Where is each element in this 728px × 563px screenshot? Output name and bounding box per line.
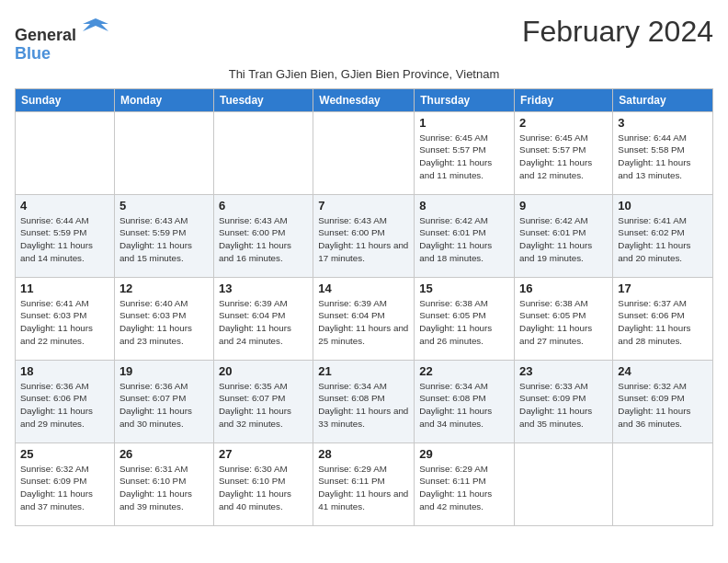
week-row-5: 25Sunrise: 6:32 AMSunset: 6:09 PMDayligh…	[16, 442, 713, 525]
logo-bird-icon	[83, 15, 108, 40]
week-row-1: 1Sunrise: 6:45 AMSunset: 5:57 PMDaylight…	[16, 111, 713, 194]
day-header-thursday: Thursday	[415, 88, 515, 111]
cell-info-text: Sunrise: 6:45 AMSunset: 5:57 PMDaylight:…	[519, 132, 608, 182]
calendar-cell: 4Sunrise: 6:44 AMSunset: 5:59 PMDaylight…	[16, 194, 115, 277]
cell-info-text: Sunrise: 6:37 AMSunset: 6:06 PMDaylight:…	[618, 297, 708, 348]
cell-date-number: 6	[219, 199, 308, 213]
cell-info-text: Sunrise: 6:41 AMSunset: 6:02 PMDaylight:…	[618, 214, 708, 265]
cell-info-text: Sunrise: 6:34 AMSunset: 6:08 PMDaylight:…	[419, 380, 509, 431]
calendar-cell	[313, 111, 415, 194]
logo-line1: General	[15, 15, 108, 45]
calendar-cell: 6Sunrise: 6:43 AMSunset: 6:00 PMDaylight…	[213, 194, 313, 277]
cell-date-number: 3	[618, 116, 708, 130]
logo-text-blue: Blue	[15, 44, 51, 63]
calendar-cell: 25Sunrise: 6:32 AMSunset: 6:09 PMDayligh…	[16, 442, 115, 525]
calendar-cell: 15Sunrise: 6:38 AMSunset: 6:05 PMDayligh…	[415, 277, 515, 360]
week-row-4: 18Sunrise: 6:36 AMSunset: 6:06 PMDayligh…	[16, 360, 713, 442]
cell-date-number: 22	[419, 364, 509, 378]
logo: General Blue	[15, 15, 108, 63]
calendar-cell	[515, 442, 613, 525]
calendar-cell	[613, 442, 713, 525]
calendar-header-row: SundayMondayTuesdayWednesdayThursdayFrid…	[16, 88, 713, 111]
calendar-cell	[114, 111, 213, 194]
calendar-cell: 28Sunrise: 6:29 AMSunset: 6:11 PMDayligh…	[313, 442, 415, 525]
cell-date-number: 5	[119, 199, 209, 213]
cell-info-text: Sunrise: 6:45 AMSunset: 5:57 PMDaylight:…	[419, 132, 509, 182]
cell-date-number: 15	[419, 282, 509, 295]
cell-info-text: Sunrise: 6:38 AMSunset: 6:05 PMDaylight:…	[419, 297, 509, 348]
day-header-friday: Friday	[515, 88, 613, 111]
cell-date-number: 18	[20, 364, 109, 378]
cell-info-text: Sunrise: 6:42 AMSunset: 6:01 PMDaylight:…	[419, 214, 509, 265]
cell-info-text: Sunrise: 6:39 AMSunset: 6:04 PMDaylight:…	[318, 297, 409, 348]
calendar-cell: 27Sunrise: 6:30 AMSunset: 6:10 PMDayligh…	[213, 442, 313, 525]
cell-date-number: 4	[20, 199, 109, 213]
cell-info-text: Sunrise: 6:29 AMSunset: 6:11 PMDaylight:…	[419, 463, 509, 513]
day-header-wednesday: Wednesday	[313, 88, 415, 111]
cell-info-text: Sunrise: 6:31 AMSunset: 6:10 PMDaylight:…	[119, 463, 209, 513]
cell-date-number: 25	[20, 447, 109, 461]
week-row-2: 4Sunrise: 6:44 AMSunset: 5:59 PMDaylight…	[16, 194, 713, 277]
calendar-cell: 11Sunrise: 6:41 AMSunset: 6:03 PMDayligh…	[16, 277, 115, 360]
location-subtitle: Thi Tran GJien Bien, GJien Bien Province…	[15, 67, 713, 81]
day-header-sunday: Sunday	[16, 88, 115, 111]
calendar-cell: 10Sunrise: 6:41 AMSunset: 6:02 PMDayligh…	[613, 194, 713, 277]
cell-date-number: 2	[519, 116, 608, 130]
calendar-cell: 1Sunrise: 6:45 AMSunset: 5:57 PMDaylight…	[415, 111, 515, 194]
cell-info-text: Sunrise: 6:34 AMSunset: 6:08 PMDaylight:…	[318, 380, 409, 431]
calendar-cell	[16, 111, 115, 194]
cell-info-text: Sunrise: 6:38 AMSunset: 6:05 PMDaylight:…	[519, 297, 608, 348]
calendar-cell: 26Sunrise: 6:31 AMSunset: 6:10 PMDayligh…	[114, 442, 213, 525]
calendar-cell: 20Sunrise: 6:35 AMSunset: 6:07 PMDayligh…	[213, 360, 313, 442]
cell-info-text: Sunrise: 6:33 AMSunset: 6:09 PMDaylight:…	[519, 380, 608, 431]
title-block: February 2024	[522, 15, 713, 49]
cell-date-number: 28	[318, 447, 409, 461]
cell-date-number: 16	[519, 282, 608, 295]
cell-date-number: 29	[419, 447, 509, 461]
calendar-cell: 16Sunrise: 6:38 AMSunset: 6:05 PMDayligh…	[515, 277, 613, 360]
week-row-3: 11Sunrise: 6:41 AMSunset: 6:03 PMDayligh…	[16, 277, 713, 360]
calendar-cell: 7Sunrise: 6:43 AMSunset: 6:00 PMDaylight…	[313, 194, 415, 277]
cell-date-number: 26	[119, 447, 209, 461]
cell-date-number: 10	[618, 199, 708, 213]
cell-date-number: 12	[119, 282, 209, 295]
cell-date-number: 23	[519, 364, 608, 378]
calendar-cell: 14Sunrise: 6:39 AMSunset: 6:04 PMDayligh…	[313, 277, 415, 360]
cell-info-text: Sunrise: 6:43 AMSunset: 6:00 PMDaylight:…	[318, 214, 409, 265]
cell-date-number: 24	[618, 364, 708, 378]
calendar-table: SundayMondayTuesdayWednesdayThursdayFrid…	[15, 88, 713, 526]
cell-date-number: 17	[618, 282, 708, 295]
cell-date-number: 11	[20, 282, 109, 295]
cell-date-number: 14	[318, 282, 409, 295]
day-header-monday: Monday	[114, 88, 213, 111]
calendar-cell	[213, 111, 313, 194]
cell-info-text: Sunrise: 6:30 AMSunset: 6:10 PMDaylight:…	[219, 463, 308, 513]
calendar-cell: 17Sunrise: 6:37 AMSunset: 6:06 PMDayligh…	[613, 277, 713, 360]
calendar-cell: 12Sunrise: 6:40 AMSunset: 6:03 PMDayligh…	[114, 277, 213, 360]
cell-info-text: Sunrise: 6:36 AMSunset: 6:06 PMDaylight:…	[20, 380, 109, 431]
calendar-cell: 13Sunrise: 6:39 AMSunset: 6:04 PMDayligh…	[213, 277, 313, 360]
cell-date-number: 8	[419, 199, 509, 213]
calendar-title: February 2024	[522, 15, 713, 49]
cell-date-number: 13	[219, 282, 308, 295]
cell-info-text: Sunrise: 6:43 AMSunset: 5:59 PMDaylight:…	[119, 214, 209, 265]
cell-date-number: 7	[318, 199, 409, 213]
cell-date-number: 9	[519, 199, 608, 213]
calendar-cell: 21Sunrise: 6:34 AMSunset: 6:08 PMDayligh…	[313, 360, 415, 442]
cell-info-text: Sunrise: 6:44 AMSunset: 5:58 PMDaylight:…	[618, 132, 708, 182]
calendar-cell: 8Sunrise: 6:42 AMSunset: 6:01 PMDaylight…	[415, 194, 515, 277]
cell-date-number: 19	[119, 364, 209, 378]
cell-info-text: Sunrise: 6:44 AMSunset: 5:59 PMDaylight:…	[20, 214, 109, 265]
cell-date-number: 27	[219, 447, 308, 461]
calendar-cell: 29Sunrise: 6:29 AMSunset: 6:11 PMDayligh…	[415, 442, 515, 525]
cell-info-text: Sunrise: 6:35 AMSunset: 6:07 PMDaylight:…	[219, 380, 308, 431]
calendar-cell: 3Sunrise: 6:44 AMSunset: 5:58 PMDaylight…	[613, 111, 713, 194]
cell-date-number: 20	[219, 364, 308, 378]
day-header-saturday: Saturday	[613, 88, 713, 111]
svg-marker-0	[83, 18, 108, 31]
calendar-cell: 23Sunrise: 6:33 AMSunset: 6:09 PMDayligh…	[515, 360, 613, 442]
cell-info-text: Sunrise: 6:41 AMSunset: 6:03 PMDaylight:…	[20, 297, 109, 348]
calendar-cell: 5Sunrise: 6:43 AMSunset: 5:59 PMDaylight…	[114, 194, 213, 277]
cell-info-text: Sunrise: 6:29 AMSunset: 6:11 PMDaylight:…	[318, 463, 409, 513]
day-header-tuesday: Tuesday	[213, 88, 313, 111]
